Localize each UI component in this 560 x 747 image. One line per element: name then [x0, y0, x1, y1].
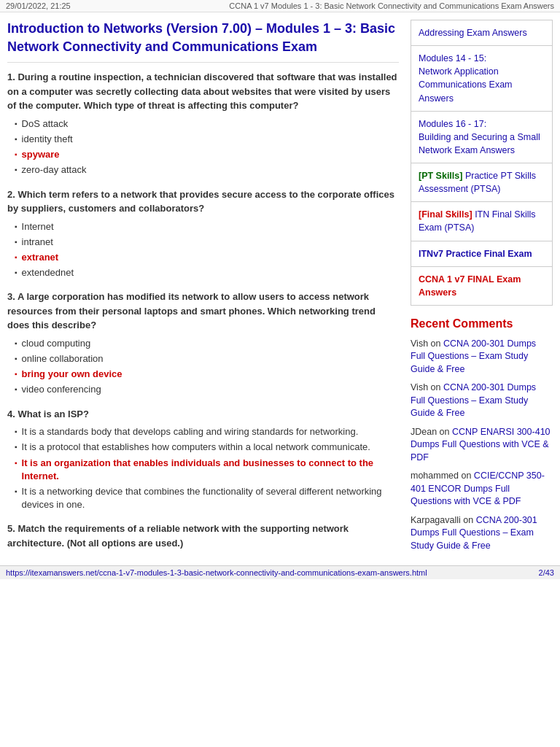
answer-item: identity theft	[15, 133, 399, 146]
question-q2: 2. Which term refers to a network that p…	[7, 187, 399, 280]
comment-link[interactable]: CCNA 200-301 Dumps Full Questions – Exam…	[411, 338, 536, 374]
question-text-q2: 2. Which term refers to a network that p…	[7, 187, 399, 216]
comment-link[interactable]: CCIE/CCNP 350-401 ENCOR Dumps Full Quest…	[411, 471, 545, 506]
answer-list-q1: DoS attackidentity theftspywarezero-day …	[15, 117, 399, 177]
sidebar-item-modules-16-17[interactable]: Modules 16 - 17:Building and Securing a …	[411, 112, 552, 163]
q5-text: 5. Match the requirements of a reliable …	[7, 522, 399, 550]
main-column: Introduction to Networks (Version 7.00) …	[7, 20, 399, 558]
answer-item: It is a standards body that develops cab…	[15, 425, 399, 438]
answer-item: DoS attack	[15, 117, 399, 131]
question-q4: 4. What is an ISP?It is a standards body…	[7, 407, 399, 512]
answer-item: online collaboration	[15, 352, 399, 365]
page-url[interactable]: https://itexamanswers.net/ccna-1-v7-modu…	[6, 568, 427, 577]
recent-comments-section: Recent Comments Vish on CCNA 200-301 Dum…	[411, 317, 553, 553]
q5-number: 5.	[7, 523, 18, 534]
comment-entry: Karpagavalli on CCNA 200-301 Dumps Full …	[411, 514, 553, 553]
comment-link[interactable]: CCNP ENARSI 300-410 Dumps Full Questions…	[411, 427, 551, 462]
answer-item: intranet	[15, 236, 399, 249]
sidebar-item-itnv7-practice[interactable]: ITNv7 Practice Final Exam	[411, 241, 552, 267]
page-content: Introduction to Networks (Version 7.00) …	[0, 12, 560, 565]
answer-item: extranet	[15, 251, 399, 264]
sidebar-item-ccna1-final[interactable]: CCNA 1 v7 FINAL Exam Answers	[411, 267, 552, 305]
question-q3: 3. A large corporation has modified its …	[7, 290, 399, 396]
comment-link[interactable]: CCNA 200-301 Dumps Full Questions – Exam…	[411, 515, 537, 551]
answer-item: bring your own device	[15, 368, 399, 381]
sidebar-nav-box: Addressing Exam AnswersModules 14 - 15:N…	[411, 20, 553, 306]
answer-list-q2: Internetintranetextranetextendednet	[15, 220, 399, 280]
q5-body: Match the requirements of a reliable net…	[7, 523, 349, 549]
comment-entry: mohammed on CCIE/CCNP 350-401 ENCOR Dump…	[411, 470, 553, 508]
page-title: Introduction to Networks (Version 7.00) …	[7, 20, 399, 63]
answer-item: cloud computing	[15, 337, 399, 350]
question-text-q4: 4. What is an ISP?	[7, 407, 399, 422]
recent-comments-title: Recent Comments	[411, 317, 553, 330]
page-title-tab: CCNA 1 v7 Modules 1 - 3: Basic Network C…	[229, 1, 554, 10]
comment-entry: Vish on CCNA 200-301 Dumps Full Question…	[411, 338, 553, 376]
comment-entry: Vish on CCNA 200-301 Dumps Full Question…	[411, 382, 553, 420]
answer-item: video conferencing	[15, 383, 399, 396]
question-q1: 1. During a routine inspection, a techni…	[7, 70, 399, 177]
page-indicator: 2/43	[539, 568, 554, 577]
answer-item: It is a protocol that establishes how co…	[15, 441, 399, 454]
sidebar-item-modules-14-15[interactable]: Modules 14 - 15:Network Application Comm…	[411, 46, 552, 112]
answer-item: It is a networking device that combines …	[15, 485, 399, 511]
answer-item: Internet	[15, 220, 399, 233]
comment-link[interactable]: CCNA 200-301 Dumps Full Questions – Exam…	[411, 382, 536, 418]
question-text-q1: 1. During a routine inspection, a techni…	[7, 70, 399, 113]
answer-list-q4: It is a standards body that develops cab…	[15, 425, 399, 511]
answer-list-q3: cloud computingonline collaborationbring…	[15, 337, 399, 397]
answer-item: spyware	[15, 148, 399, 161]
comment-entry: JDean on CCNP ENARSI 300-410 Dumps Full …	[411, 426, 553, 465]
bottom-bar: https://itexamanswers.net/ccna-1-v7-modu…	[0, 565, 560, 579]
answer-item: extendednet	[15, 266, 399, 279]
questions-container: 1. During a routine inspection, a techni…	[7, 70, 399, 511]
answer-item: It is an organization that enables indiv…	[15, 457, 399, 483]
sidebar-item-pt-skills[interactable]: [PT Skills] Practice PT Skills Assessmen…	[411, 163, 552, 202]
datetime: 29/01/2022, 21:25	[6, 1, 71, 10]
status-bar: 29/01/2022, 21:25 CCNA 1 v7 Modules 1 - …	[0, 0, 560, 12]
answer-item: zero-day attack	[15, 163, 399, 177]
comments-container: Vish on CCNA 200-301 Dumps Full Question…	[411, 338, 553, 553]
sidebar-item-addressing-exam[interactable]: Addressing Exam Answers	[411, 20, 552, 46]
sidebar-column: Addressing Exam AnswersModules 14 - 15:N…	[411, 20, 553, 558]
question-text-q3: 3. A large corporation has modified its …	[7, 290, 399, 333]
sidebar-item-final-skills[interactable]: [Final Skills] ITN Final Skills Exam (PT…	[411, 202, 552, 241]
